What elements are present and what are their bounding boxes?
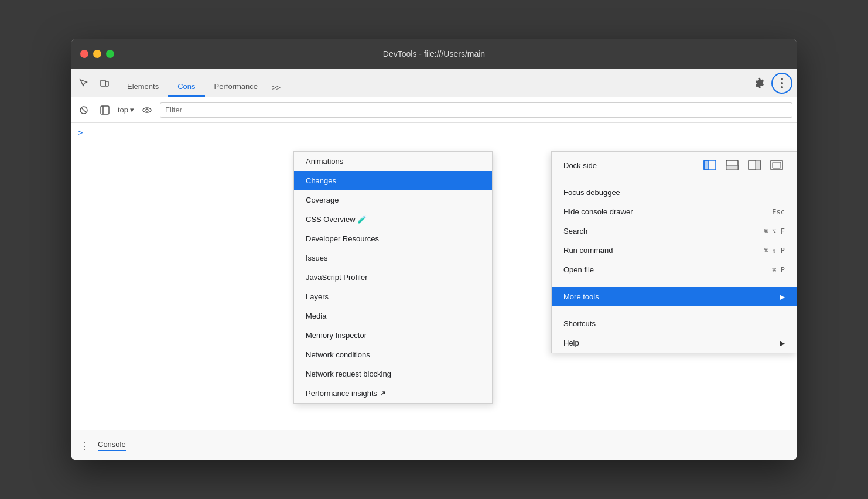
settings-hide-console-shortcut: Esc bbox=[772, 208, 785, 216]
svg-point-9 bbox=[143, 108, 151, 112]
dock-left-icon[interactable] bbox=[702, 159, 718, 172]
menu-item-css-overview[interactable]: CSS Overview 🧪 bbox=[294, 210, 492, 229]
clear-console-btn[interactable] bbox=[76, 102, 92, 118]
settings-search-label: Search bbox=[563, 227, 587, 235]
settings-search[interactable]: Search ⌘ ⌥ F bbox=[552, 221, 797, 241]
settings-shortcuts[interactable]: Shortcuts bbox=[552, 314, 797, 333]
menu-item-perf-insights[interactable]: Performance insights ↗ bbox=[294, 384, 492, 403]
menu-item-coverage[interactable]: Coverage bbox=[294, 190, 492, 210]
menu-item-layers-label: Layers bbox=[306, 292, 329, 301]
help-chevron-icon: ▶ bbox=[780, 339, 785, 347]
dock-side-label: Dock side bbox=[563, 161, 692, 170]
menu-item-dev-resources[interactable]: Developer Resources bbox=[294, 229, 492, 248]
menu-item-network-conditions-label: Network conditions bbox=[306, 350, 370, 359]
menu-item-dev-resources-label: Developer Resources bbox=[306, 234, 379, 243]
dock-right-icon[interactable] bbox=[746, 159, 763, 172]
menu-item-changes[interactable]: Changes bbox=[294, 171, 492, 190]
separator-3 bbox=[552, 310, 797, 310]
tab-bar: Elements Cons Performance >> bbox=[115, 69, 749, 97]
menu-item-animations[interactable]: Animations bbox=[294, 152, 492, 171]
menu-item-js-profiler[interactable]: JavaScript Profiler bbox=[294, 268, 492, 287]
devtools-window: DevTools - file:///Users/main Elements C… bbox=[71, 39, 797, 460]
menu-item-memory-inspector-label: Memory Inspector bbox=[306, 331, 367, 340]
context-value: top bbox=[118, 105, 128, 114]
minimize-button[interactable] bbox=[93, 50, 101, 58]
titlebar: DevTools - file:///Users/main bbox=[71, 39, 797, 69]
tab-overflow[interactable]: >> bbox=[267, 78, 285, 97]
svg-rect-18 bbox=[773, 162, 781, 168]
settings-more-tools-label: More tools bbox=[563, 292, 599, 301]
menu-item-media[interactable]: Media bbox=[294, 306, 492, 326]
menu-item-layers[interactable]: Layers bbox=[294, 287, 492, 306]
console-tab-label[interactable]: Console bbox=[98, 440, 126, 451]
svg-rect-0 bbox=[101, 80, 105, 86]
menu-item-issues[interactable]: Issues bbox=[294, 248, 492, 268]
menu-item-media-label: Media bbox=[306, 312, 326, 320]
settings-shortcuts-label: Shortcuts bbox=[563, 319, 596, 328]
context-dropdown-icon: ▾ bbox=[130, 105, 134, 114]
close-button[interactable] bbox=[80, 50, 88, 58]
bottom-panel-menu[interactable]: ⋮ bbox=[76, 439, 93, 452]
svg-point-2 bbox=[781, 78, 783, 80]
menu-item-animations-label: Animations bbox=[306, 157, 343, 166]
svg-rect-16 bbox=[756, 160, 760, 170]
dock-side-section: Dock side bbox=[552, 152, 797, 175]
settings-run-command-label: Run command bbox=[563, 246, 613, 255]
menu-item-js-profiler-label: JavaScript Profiler bbox=[306, 273, 367, 282]
device-icon-btn[interactable] bbox=[94, 73, 115, 94]
settings-more-tools[interactable]: More tools ▶ bbox=[552, 287, 797, 306]
dropdown-container: Animations Changes Coverage CSS Overview… bbox=[71, 151, 797, 430]
settings-focus-debuggee[interactable]: Focus debuggee bbox=[552, 183, 797, 202]
filter-input[interactable] bbox=[160, 102, 792, 118]
toolbar-right bbox=[749, 73, 795, 94]
svg-point-4 bbox=[781, 86, 783, 88]
traffic-lights bbox=[80, 50, 114, 58]
settings-search-shortcut: ⌘ ⌥ F bbox=[764, 227, 785, 235]
settings-hide-console[interactable]: Hide console drawer Esc bbox=[552, 202, 797, 221]
prompt-arrow: > bbox=[78, 128, 83, 137]
separator-1 bbox=[552, 179, 797, 179]
svg-rect-1 bbox=[105, 81, 108, 86]
menu-item-network-conditions[interactable]: Network conditions bbox=[294, 345, 492, 364]
settings-open-file-label: Open file bbox=[563, 265, 594, 274]
top-toolbar: Elements Cons Performance >> bbox=[71, 69, 797, 97]
devtools-body: Elements Cons Performance >> bbox=[71, 69, 797, 460]
main-content: > Animations Changes Coverage CSS O bbox=[71, 123, 797, 430]
more-tools-chevron-icon: ▶ bbox=[780, 293, 785, 301]
console-toolbar: top ▾ bbox=[71, 97, 797, 123]
maximize-button[interactable] bbox=[106, 50, 114, 58]
svg-point-10 bbox=[146, 109, 148, 111]
separator-2 bbox=[552, 283, 797, 283]
eye-btn[interactable] bbox=[139, 102, 155, 118]
menu-item-perf-insights-label: Performance insights ↗ bbox=[306, 389, 386, 398]
svg-line-6 bbox=[81, 108, 86, 112]
menu-item-network-blocking[interactable]: Network request blocking bbox=[294, 364, 492, 384]
dock-side-row: Dock side bbox=[563, 159, 785, 172]
menu-item-changes-label: Changes bbox=[306, 176, 336, 185]
svg-rect-14 bbox=[726, 165, 738, 170]
window-title: DevTools - file:///Users/main bbox=[383, 49, 485, 59]
settings-help[interactable]: Help ▶ bbox=[552, 333, 797, 353]
tab-console[interactable]: Cons bbox=[168, 77, 204, 97]
settings-gear-btn[interactable] bbox=[749, 73, 770, 94]
svg-point-3 bbox=[781, 82, 783, 84]
undock-icon[interactable] bbox=[768, 159, 785, 172]
more-options-btn[interactable] bbox=[771, 73, 792, 94]
show-sidebar-btn[interactable] bbox=[97, 102, 113, 118]
tab-performance[interactable]: Performance bbox=[205, 77, 267, 97]
settings-focus-debuggee-label: Focus debuggee bbox=[563, 188, 620, 197]
settings-open-file-shortcut: ⌘ P bbox=[772, 266, 785, 274]
settings-dropdown[interactable]: Dock side bbox=[551, 151, 797, 353]
context-selector[interactable]: top ▾ bbox=[118, 105, 134, 114]
dock-bottom-icon[interactable] bbox=[724, 159, 740, 172]
menu-item-memory-inspector[interactable]: Memory Inspector bbox=[294, 326, 492, 345]
settings-help-label: Help bbox=[563, 339, 579, 347]
svg-rect-12 bbox=[704, 160, 709, 170]
menu-item-issues-label: Issues bbox=[306, 254, 328, 262]
settings-run-command-shortcut: ⌘ ⇧ P bbox=[764, 247, 785, 255]
more-tools-dropdown[interactable]: Animations Changes Coverage CSS Overview… bbox=[293, 151, 493, 404]
settings-run-command[interactable]: Run command ⌘ ⇧ P bbox=[552, 241, 797, 260]
inspector-icon-btn[interactable] bbox=[73, 73, 94, 94]
settings-open-file[interactable]: Open file ⌘ P bbox=[552, 260, 797, 279]
tab-elements[interactable]: Elements bbox=[118, 77, 168, 97]
